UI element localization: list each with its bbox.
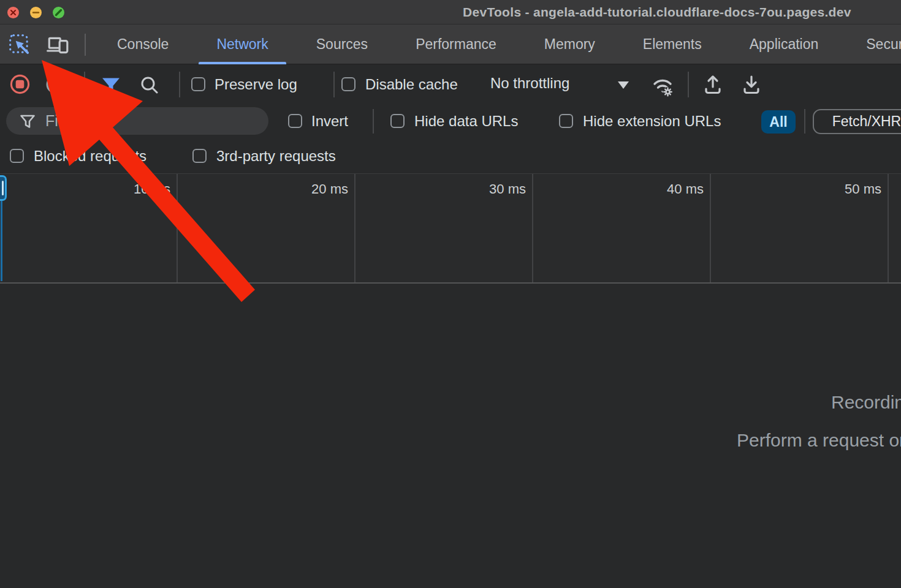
timeline-tick: 50 ms: [711, 174, 889, 282]
funnel-outline-icon: [18, 112, 37, 130]
funnel-icon: [100, 74, 122, 96]
close-icon: [7, 7, 19, 18]
toolbar-divider: [688, 72, 689, 97]
hide-extension-urls-checkbox[interactable]: [559, 114, 573, 128]
throttling-value: No throttling: [490, 75, 569, 92]
record-stop-icon: [9, 74, 31, 95]
titlebar: DevTools - angela-add-tutorial.cloudflar…: [0, 0, 901, 24]
preserve-log-checkbox[interactable]: [191, 77, 205, 91]
network-overview-timeline: 10 ms 20 ms 30 ms 40 ms 50 ms: [0, 173, 901, 284]
tab-sources[interactable]: Sources: [292, 24, 392, 64]
hide-data-urls-label: Hide data URLs: [414, 113, 518, 130]
fullscreen-icon: [53, 7, 64, 18]
tabbar-divider: [85, 34, 86, 56]
minimize-window-button[interactable]: [30, 7, 42, 18]
tab-console[interactable]: Console: [93, 24, 192, 64]
hide-extension-urls-label: Hide extension URLs: [583, 113, 721, 130]
toolbar-divider: [179, 72, 180, 97]
disable-cache-checkbox[interactable]: [341, 77, 355, 91]
filter-divider: [804, 109, 805, 134]
tab-memory[interactable]: Memory: [520, 24, 619, 64]
inspect-cursor-icon: [8, 33, 31, 56]
timeline-filler: [889, 174, 901, 282]
filter-toggle-button[interactable]: [100, 74, 122, 96]
chevron-down-icon: [618, 81, 629, 89]
export-har-button[interactable]: [740, 74, 762, 96]
tab-elements[interactable]: Elements: [619, 24, 726, 64]
hide-data-urls-checkbox[interactable]: [390, 114, 405, 128]
empty-state-hint-text: Perform a request or hit ⌘ R to record t…: [737, 429, 901, 451]
devtools-tabbar: Console Network Sources Performance Memo…: [0, 24, 901, 64]
third-party-requests-checkbox[interactable]: [192, 149, 207, 163]
toolbar-divider: [84, 72, 85, 97]
panel-tabs: Console Network Sources Performance Memo…: [93, 24, 901, 64]
network-toolbar: Preserve log Disable cache No throttling: [0, 64, 901, 104]
filter-divider: [373, 109, 374, 134]
preserve-log-label: Preserve log: [215, 76, 297, 93]
toggle-device-toolbar-button[interactable]: [45, 32, 70, 57]
close-window-button[interactable]: [7, 7, 19, 18]
import-har-button[interactable]: [702, 74, 724, 96]
tab-application[interactable]: Application: [726, 24, 843, 64]
search-icon: [139, 74, 161, 96]
third-party-requests-label: 3rd-party requests: [216, 148, 336, 165]
tab-network[interactable]: Network: [192, 24, 292, 64]
overview-drag-handle[interactable]: [0, 175, 7, 201]
tab-performance[interactable]: Performance: [392, 24, 520, 64]
blocked-requests-checkbox[interactable]: [10, 149, 24, 163]
empty-state-recording-text: Recording network activity…: [831, 392, 901, 413]
minimize-icon: [30, 7, 42, 18]
disable-cache-label: Disable cache: [365, 76, 458, 93]
filter-input[interactable]: [44, 111, 257, 130]
timeline-tick: 30 ms: [355, 174, 533, 282]
network-conditions-button[interactable]: [650, 73, 675, 99]
blocked-requests-label: Blocked requests: [34, 148, 146, 165]
invert-checkbox[interactable]: [288, 114, 302, 128]
record-network-log-button[interactable]: [9, 74, 31, 95]
filter-bar: Invert Hide data URLs Hide extension URL…: [0, 104, 901, 139]
request-filters-bar: Blocked requests 3rd-party requests: [0, 139, 901, 173]
clear-icon: [45, 74, 66, 95]
upload-icon: [702, 74, 724, 96]
filter-chip-all[interactable]: All: [761, 110, 796, 134]
invert-label: Invert: [311, 113, 348, 130]
throttling-select[interactable]: No throttling: [484, 70, 637, 97]
zoom-window-button[interactable]: [53, 7, 64, 18]
filter-chip-fetch-xhr[interactable]: Fetch/XHR: [813, 109, 901, 134]
toolbar-divider: [333, 72, 335, 97]
timeline-tick: 20 ms: [178, 174, 355, 282]
tab-security[interactable]: Security: [842, 24, 901, 64]
clear-network-log-button[interactable]: [45, 74, 66, 95]
wifi-gear-icon: [650, 73, 675, 99]
inspect-element-button[interactable]: [7, 32, 32, 57]
device-toolbar-icon: [46, 33, 69, 56]
timeline-tick: 10 ms: [0, 174, 178, 282]
overview-handle-guideline: [1, 201, 2, 281]
filter-input-container[interactable]: [6, 107, 268, 135]
search-button[interactable]: [139, 74, 161, 96]
devtools-window: DevTools - angela-add-tutorial.cloudflar…: [0, 0, 901, 588]
download-icon: [740, 74, 762, 96]
window-title: DevTools - angela-add-tutorial.cloudflar…: [463, 5, 851, 20]
timeline-tick: 40 ms: [533, 174, 711, 282]
